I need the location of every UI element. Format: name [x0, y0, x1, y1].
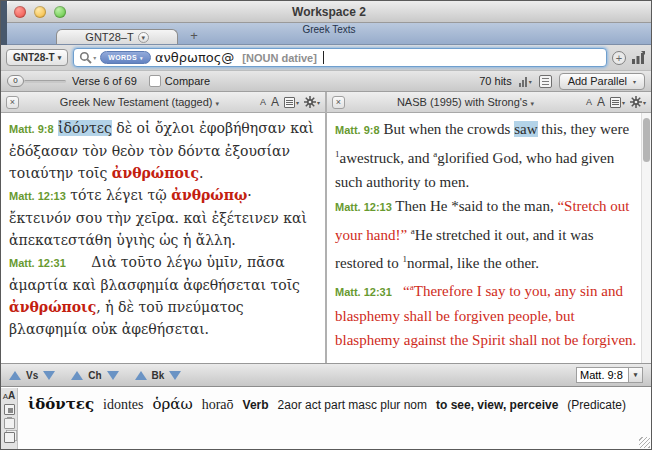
parsing-segment: idontes	[103, 397, 143, 412]
decrease-font-icon[interactable]: A	[260, 97, 266, 107]
search-control-bar: 0 Verse 6 of 69 Compare 70 hits ▾ Add Pa…	[1, 71, 651, 92]
text-cursor	[323, 51, 324, 64]
verse-slider-track[interactable]	[24, 80, 66, 83]
chevron-down-icon: ▾	[633, 78, 636, 85]
text-segment: But when the crowds	[383, 121, 514, 137]
decrease-font-icon[interactable]: A	[586, 97, 592, 107]
app-window: Workspace 2 Greek Texts GNT28–T ▾ + GNT2…	[0, 0, 652, 450]
scrollbar[interactable]	[641, 113, 651, 363]
scrollbar-thumb[interactable]	[643, 118, 650, 162]
go-to-reference-input[interactable]	[576, 367, 628, 383]
text-segment: Then He *said to the man,	[395, 198, 557, 214]
compare-label: Compare	[165, 75, 210, 87]
verse: Matt. 12:31 Διὰ τοῦτο λέγω ὑμῖν, πᾶσα ἁμ…	[9, 251, 317, 340]
text-segment: awestruck, and	[340, 150, 434, 166]
verse-slider-thumb[interactable]: 0	[7, 75, 24, 87]
verse-down-icon[interactable]	[43, 371, 55, 380]
book-down-icon[interactable]	[169, 371, 181, 380]
parsing-segment: 2aor act part masc plur nom	[278, 398, 427, 412]
text-segment: “	[396, 283, 410, 299]
text-segment: normal, like the other.	[407, 255, 539, 271]
chapter-down-icon[interactable]	[107, 371, 119, 380]
display-menu-icon[interactable]: ▾	[284, 97, 299, 108]
hits-graph-icon[interactable]: ▾	[519, 76, 532, 87]
search-scope-label: words	[108, 54, 137, 61]
nasb-text-body: Matt. 9:8 But when the crowds saw this, …	[327, 113, 651, 363]
close-pane-icon[interactable]: ×	[332, 96, 345, 109]
reference-dropdown-icon[interactable]: ▾	[628, 367, 643, 383]
gear-icon[interactable]: ▾	[304, 96, 320, 108]
greek-pane: × Greek New Testament (tagged) ▾ A A ▾ ▾	[1, 92, 325, 363]
resize-grip[interactable]	[639, 437, 650, 448]
add-search-criteria-icon[interactable]: +	[612, 51, 626, 65]
add-parallel-label: Add Parallel	[568, 75, 627, 87]
module-selector-button[interactable]: GNT28-T ▾	[6, 49, 68, 66]
details-icon[interactable]	[631, 50, 646, 65]
search-tag-hint: [NOUN dative]	[242, 52, 317, 64]
module-selector-label: GNT28-T	[13, 52, 55, 63]
tab-menu-icon[interactable]: ▾	[138, 32, 149, 43]
new-window-icon[interactable]	[4, 432, 15, 443]
hit-word[interactable]: ἀνθρώπῳ	[171, 187, 247, 203]
compare-checkbox[interactable]	[149, 75, 161, 87]
verse-up-icon[interactable]	[9, 371, 21, 380]
increase-font-icon[interactable]: A	[597, 95, 605, 109]
parsing-segment: horaō	[202, 397, 234, 412]
ch-label: Ch	[88, 370, 101, 381]
instant-details-pane: AA ἰδόντεςidontesὁράωhoraōVerb2aor act p…	[1, 388, 651, 449]
nasb-pane-title[interactable]: NASB (1995) with Strong's ▾	[349, 96, 582, 108]
chapter-up-icon[interactable]	[71, 371, 83, 380]
parsing-segment: (Predicate)	[567, 398, 626, 412]
verse: Matt. 12:13 τότε λέγει τῷ ἀνθρώπῳ· ἔκτει…	[9, 184, 317, 251]
text-segment: .	[199, 165, 203, 181]
hits-count: 70 hits	[479, 75, 511, 87]
hit-word[interactable]: ἀνθρώποις	[112, 165, 199, 181]
gear-icon[interactable]: ▾	[630, 96, 646, 108]
search-icon[interactable]: ▾	[79, 51, 96, 64]
clipboard-icon[interactable]	[4, 418, 15, 429]
text-segment: this, they were	[538, 121, 630, 137]
tab-strip: Greek Texts GNT28–T ▾ +	[7, 23, 651, 45]
greek-pane-title[interactable]: Greek New Testament (tagged) ▾	[23, 96, 256, 108]
vs-label: Vs	[26, 370, 38, 381]
highlighted-word[interactable]: saw	[514, 121, 537, 137]
verse: Matt. 9:8 But when the crowds saw this, …	[335, 117, 637, 194]
search-options-icon[interactable]: ▾	[93, 54, 96, 61]
bk-label: Bk	[152, 370, 165, 381]
increase-font-icon[interactable]: A	[271, 95, 279, 109]
font-size-controls[interactable]: AA	[3, 390, 16, 401]
search-input[interactable]: ▾ words ▾ ανθρωπος@ [NOUN dative]	[73, 48, 607, 67]
text-display-icon[interactable]	[539, 75, 552, 88]
hit-word[interactable]: ἀνθρώποις	[9, 299, 96, 315]
book-up-icon[interactable]	[135, 371, 147, 380]
close-pane-icon[interactable]: ×	[6, 96, 19, 109]
display-menu-icon[interactable]: ▾	[610, 97, 625, 108]
verse-position-label: Verse 6 of 69	[72, 75, 137, 87]
parsing-segment: Verb	[243, 398, 269, 412]
search-scope-pill[interactable]: words ▾	[100, 51, 151, 64]
verse-reference: Matt. 12:13	[9, 190, 66, 202]
text-segment: τότε λέγει τῷ	[70, 187, 171, 203]
window-title: Workspace 2	[7, 5, 651, 19]
verse-reference: Matt. 12:31	[9, 257, 66, 269]
text-panes: × Greek New Testament (tagged) ▾ A A ▾ ▾	[1, 92, 651, 363]
verse-slider[interactable]: 0	[7, 75, 66, 87]
search-query-text: ανθρωπος@	[155, 50, 234, 65]
search-bar: GNT28-T ▾ ▾ words ▾ ανθρωπος@ [NOUN dati…	[1, 45, 651, 71]
greek-pane-header: × Greek New Testament (tagged) ▾ A A ▾ ▾	[1, 92, 325, 113]
verse-reference: Matt. 12:13	[335, 201, 392, 213]
add-tab-button[interactable]: +	[187, 28, 201, 43]
verse: Matt. 9:8 ἰδόντες δὲ οἱ ὄχλοι ἐφοβήθησαν…	[9, 117, 317, 184]
tab-gnt28t[interactable]: GNT28–T ▾	[56, 29, 178, 44]
instant-details-toolbar: AA	[1, 388, 18, 449]
verse-navigation-bar: Vs Ch Bk ▾	[1, 363, 651, 387]
verse: Matt. 12:31 “aTherefore I say to you, an…	[335, 275, 637, 352]
highlighted-word[interactable]: ἰδόντες	[58, 120, 112, 136]
chevron-down-icon: ▾	[140, 55, 143, 61]
nasb-pane: × NASB (1995) with Strong's ▾ A A ▾ ▾	[327, 92, 651, 363]
show-in-tab-icon[interactable]	[4, 404, 15, 415]
add-parallel-button[interactable]: Add Parallel ▾	[559, 73, 645, 90]
chevron-down-icon: ▾	[58, 54, 62, 62]
parsing-segment: ὁράω	[152, 395, 192, 413]
verse-reference: Matt. 9:8	[335, 124, 380, 136]
